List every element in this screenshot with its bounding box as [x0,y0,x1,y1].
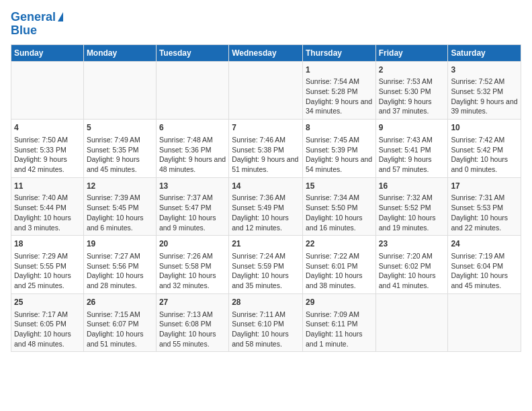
calendar-cell: 24Sunrise: 7:19 AM Sunset: 6:04 PM Dayli… [448,236,521,294]
day-number: 13 [159,181,226,192]
calendar-cell [229,61,303,120]
calendar-week-1: 1Sunrise: 7:54 AM Sunset: 5:28 PM Daylig… [11,61,521,120]
calendar-cell: 23Sunrise: 7:20 AM Sunset: 6:02 PM Dayli… [375,236,448,294]
day-number: 20 [159,238,226,250]
day-number: 5 [87,122,153,134]
calendar-cell [375,293,448,352]
calendar-cell [11,61,84,120]
day-info: Sunrise: 7:37 AM Sunset: 5:47 PM Dayligh… [159,193,226,232]
calendar-cell: 4Sunrise: 7:50 AM Sunset: 5:33 PM Daylig… [11,120,84,178]
day-number: 23 [379,238,445,250]
day-info: Sunrise: 7:29 AM Sunset: 5:55 PM Dayligh… [14,251,81,291]
calendar-cell: 1Sunrise: 7:54 AM Sunset: 5:28 PM Daylig… [302,61,375,120]
day-info: Sunrise: 7:53 AM Sunset: 5:30 PM Dayligh… [379,77,445,116]
calendar-cell: 29Sunrise: 7:09 AM Sunset: 6:11 PM Dayli… [302,293,375,352]
day-number: 21 [232,238,300,250]
calendar-header: SundayMondayTuesdayWednesdayThursdayFrid… [11,44,521,61]
day-number: 28 [232,297,300,308]
calendar-cell: 9Sunrise: 7:43 AM Sunset: 5:41 PM Daylig… [375,120,448,178]
day-number: 26 [87,297,153,308]
day-info: Sunrise: 7:54 AM Sunset: 5:28 PM Dayligh… [306,77,373,116]
logo-text: General [11,11,56,24]
day-number: 27 [159,297,226,308]
calendar-cell: 11Sunrise: 7:40 AM Sunset: 5:44 PM Dayli… [11,177,84,236]
day-number: 10 [451,122,518,134]
calendar-cell: 8Sunrise: 7:45 AM Sunset: 5:39 PM Daylig… [302,120,375,178]
calendar-body: 1Sunrise: 7:54 AM Sunset: 5:28 PM Daylig… [11,61,521,352]
calendar-cell: 19Sunrise: 7:27 AM Sunset: 5:56 PM Dayli… [83,236,156,294]
day-info: Sunrise: 7:27 AM Sunset: 5:56 PM Dayligh… [87,251,153,291]
day-number: 11 [14,181,81,192]
day-number: 14 [232,181,300,192]
day-info: Sunrise: 7:32 AM Sunset: 5:52 PM Dayligh… [379,193,445,232]
day-info: Sunrise: 7:20 AM Sunset: 6:02 PM Dayligh… [379,251,445,291]
day-info: Sunrise: 7:15 AM Sunset: 6:07 PM Dayligh… [87,310,153,349]
calendar-cell [156,61,228,120]
day-info: Sunrise: 7:34 AM Sunset: 5:50 PM Dayligh… [306,193,373,232]
day-number: 22 [306,238,373,250]
calendar-week-3: 11Sunrise: 7:40 AM Sunset: 5:44 PM Dayli… [11,177,521,236]
day-number: 8 [306,122,373,134]
day-info: Sunrise: 7:49 AM Sunset: 5:35 PM Dayligh… [87,135,153,175]
calendar-cell: 22Sunrise: 7:22 AM Sunset: 6:01 PM Dayli… [302,236,375,294]
day-info: Sunrise: 7:11 AM Sunset: 6:10 PM Dayligh… [232,310,300,349]
calendar-cell: 7Sunrise: 7:46 AM Sunset: 5:38 PM Daylig… [229,120,303,178]
calendar-cell: 10Sunrise: 7:42 AM Sunset: 5:42 PM Dayli… [448,120,521,178]
calendar-cell: 16Sunrise: 7:32 AM Sunset: 5:52 PM Dayli… [375,177,448,236]
day-info: Sunrise: 7:42 AM Sunset: 5:42 PM Dayligh… [451,135,518,175]
day-info: Sunrise: 7:36 AM Sunset: 5:49 PM Dayligh… [232,193,300,232]
calendar-cell [83,61,156,120]
calendar-cell: 28Sunrise: 7:11 AM Sunset: 6:10 PM Dayli… [229,293,303,352]
day-number: 6 [159,122,226,134]
day-header-friday: Friday [375,44,448,61]
calendar-cell: 25Sunrise: 7:17 AM Sunset: 6:05 PM Dayli… [11,293,84,352]
page-header: General Blue [11,11,521,38]
calendar-cell: 26Sunrise: 7:15 AM Sunset: 6:07 PM Dayli… [83,293,156,352]
day-info: Sunrise: 7:31 AM Sunset: 5:53 PM Dayligh… [451,193,518,232]
day-number: 25 [14,297,81,308]
day-info: Sunrise: 7:19 AM Sunset: 6:04 PM Dayligh… [451,251,518,291]
day-number: 15 [306,181,373,192]
day-info: Sunrise: 7:48 AM Sunset: 5:36 PM Dayligh… [159,135,226,175]
calendar-cell: 13Sunrise: 7:37 AM Sunset: 5:47 PM Dayli… [156,177,228,236]
day-info: Sunrise: 7:52 AM Sunset: 5:32 PM Dayligh… [451,77,518,116]
day-header-tuesday: Tuesday [156,44,228,61]
day-info: Sunrise: 7:09 AM Sunset: 6:11 PM Dayligh… [306,310,373,349]
calendar-cell: 5Sunrise: 7:49 AM Sunset: 5:35 PM Daylig… [83,120,156,178]
day-number: 2 [379,64,445,76]
day-number: 17 [451,181,518,192]
day-info: Sunrise: 7:40 AM Sunset: 5:44 PM Dayligh… [14,193,81,232]
day-number: 16 [379,181,445,192]
calendar-cell: 15Sunrise: 7:34 AM Sunset: 5:50 PM Dayli… [302,177,375,236]
day-number: 7 [232,122,300,134]
logo-text-blue: Blue [11,24,37,38]
day-header-thursday: Thursday [302,44,375,61]
day-info: Sunrise: 7:24 AM Sunset: 5:59 PM Dayligh… [232,251,300,291]
day-info: Sunrise: 7:13 AM Sunset: 6:08 PM Dayligh… [159,310,226,349]
calendar-week-5: 25Sunrise: 7:17 AM Sunset: 6:05 PM Dayli… [11,293,521,352]
day-info: Sunrise: 7:45 AM Sunset: 5:39 PM Dayligh… [306,135,373,175]
calendar-cell: 21Sunrise: 7:24 AM Sunset: 5:59 PM Dayli… [229,236,303,294]
day-number: 19 [87,238,153,250]
calendar-week-2: 4Sunrise: 7:50 AM Sunset: 5:33 PM Daylig… [11,120,521,178]
calendar-cell: 17Sunrise: 7:31 AM Sunset: 5:53 PM Dayli… [448,177,521,236]
day-number: 4 [14,122,81,134]
calendar-cell [448,293,521,352]
day-header-wednesday: Wednesday [229,44,303,61]
day-number: 29 [306,297,373,308]
calendar-week-4: 18Sunrise: 7:29 AM Sunset: 5:55 PM Dayli… [11,236,521,294]
calendar-cell: 2Sunrise: 7:53 AM Sunset: 5:30 PM Daylig… [375,61,448,120]
calendar-cell: 18Sunrise: 7:29 AM Sunset: 5:55 PM Dayli… [11,236,84,294]
day-info: Sunrise: 7:22 AM Sunset: 6:01 PM Dayligh… [306,251,373,291]
day-number: 3 [451,64,518,76]
day-number: 12 [87,181,153,192]
day-info: Sunrise: 7:46 AM Sunset: 5:38 PM Dayligh… [232,135,300,175]
day-number: 18 [14,238,81,250]
day-header-monday: Monday [83,44,156,61]
day-info: Sunrise: 7:39 AM Sunset: 5:45 PM Dayligh… [87,193,153,232]
day-info: Sunrise: 7:50 AM Sunset: 5:33 PM Dayligh… [14,135,81,175]
day-number: 1 [306,64,373,76]
calendar-cell: 3Sunrise: 7:52 AM Sunset: 5:32 PM Daylig… [448,61,521,120]
logo: General Blue [11,11,63,38]
day-header-sunday: Sunday [11,44,84,61]
